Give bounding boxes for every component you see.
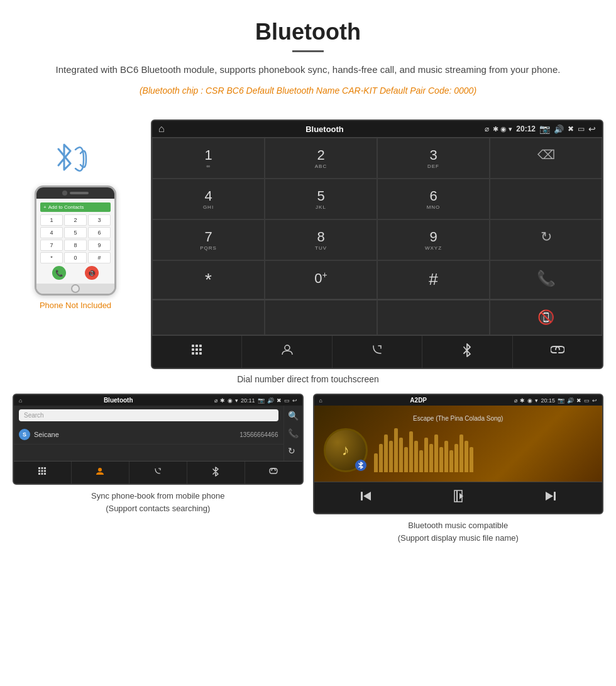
svg-rect-8 — [199, 352, 202, 355]
dial-key-star[interactable]: * — [152, 260, 265, 299]
dial-key-2[interactable]: 2 ABC — [265, 138, 377, 179]
dial-sub-5: JKL — [272, 204, 370, 210]
music-time: 20:15 — [541, 397, 555, 404]
next-track-btn[interactable] — [544, 490, 557, 506]
dial-key-end-call[interactable]: 📵 — [490, 300, 602, 335]
pb-status-bar: ⌂ Bluetooth ⌀ ✱ ◉ ▾ 20:11 📷 🔊 ✖ ▭ ↩ — [14, 395, 302, 406]
dial-key-backspace[interactable]: ⌫ — [490, 138, 602, 179]
eq-bar — [419, 450, 423, 472]
call-icon: 📞 — [537, 270, 556, 287]
pb-contact-row[interactable]: S Seicane 13566664466 — [14, 425, 283, 445]
dial-key-hash[interactable]: # — [377, 260, 490, 299]
phone-header-label: Add to Contacts — [48, 204, 84, 210]
phone-call-button: 📞 — [52, 266, 66, 280]
album-bt-icon — [358, 462, 364, 469]
eq-bar — [399, 438, 403, 472]
svg-rect-1 — [195, 345, 198, 347]
svg-marker-25 — [546, 492, 553, 501]
eq-bar — [379, 444, 383, 472]
svg-rect-3 — [192, 348, 194, 351]
pb-win-icon: ▭ — [284, 397, 290, 404]
pb-sync-action-btn[interactable]: ↻ — [288, 446, 299, 456]
toolbar-contacts-btn[interactable] — [242, 336, 332, 368]
music-note-icon: ♪ — [342, 441, 349, 459]
dial-key-1[interactable]: 1 ∞ — [152, 138, 265, 179]
eq-bar — [459, 434, 463, 472]
camera-icon[interactable]: 📷 — [539, 124, 550, 134]
page-title: Bluetooth — [38, 19, 578, 45]
toolbar-dialpad-btn[interactable] — [152, 336, 242, 368]
unit-title: Bluetooth — [168, 124, 481, 134]
reload-icon: ↻ — [541, 229, 552, 245]
music-back-icon: ↩ — [592, 397, 597, 404]
pb-tb-dialpad[interactable] — [14, 462, 72, 484]
svg-rect-6 — [192, 352, 194, 355]
dial-key-call[interactable]: 📞 — [490, 260, 602, 299]
bluetooth-specs: (Bluetooth chip : CSR BC6 Default Blueto… — [38, 84, 578, 97]
dial-key-5[interactable]: 5 JKL — [265, 179, 377, 219]
pb-tb-calls[interactable] — [129, 462, 187, 484]
phone-key-star: * — [40, 252, 63, 263]
close-icon[interactable]: ✖ — [568, 124, 574, 133]
eq-bar — [454, 444, 458, 472]
music-loc-icon: ◉ — [527, 397, 532, 404]
dial-key-3[interactable]: 3 DEF — [377, 138, 490, 179]
main-content: + Add to Contacts 1 2 3 4 5 6 7 8 9 * 0 … — [0, 113, 616, 369]
phone-key-8: 8 — [64, 240, 87, 251]
back-icon[interactable]: ↩ — [588, 124, 596, 134]
pb-tb-link[interactable] — [245, 462, 302, 484]
pb-title: Bluetooth — [25, 397, 212, 404]
svg-point-19 — [98, 468, 102, 472]
dial-num-9: 9 — [384, 229, 483, 245]
pb-tb-contacts[interactable] — [72, 462, 129, 484]
music-panel: ⌂ A2DP ⌀ ✱ ◉ ▾ 20:15 📷 🔊 ✖ ▭ ↩ Escape (T… — [313, 394, 604, 544]
window-icon[interactable]: ▭ — [578, 124, 585, 133]
eq-bar — [470, 447, 473, 472]
music-screen: ⌂ A2DP ⌀ ✱ ◉ ▾ 20:15 📷 🔊 ✖ ▭ ↩ Escape (T… — [313, 394, 604, 514]
music-status-bar: ⌂ A2DP ⌀ ✱ ◉ ▾ 20:15 📷 🔊 ✖ ▭ ↩ — [314, 395, 603, 406]
contact-number: 13566664466 — [239, 431, 278, 438]
album-art-container: ♪ — [324, 428, 368, 472]
music-app-title: A2DP — [325, 397, 512, 404]
toolbar-bluetooth-btn[interactable] — [422, 336, 512, 368]
music-caption-text: Bluetooth music compatible(Support displ… — [398, 521, 519, 543]
pb-tb-bluetooth[interactable] — [187, 462, 245, 484]
dial-num-0: 0+ — [272, 270, 370, 287]
bottom-toolbar — [152, 335, 602, 368]
dialpad-icon — [190, 343, 203, 356]
music-controls — [314, 482, 603, 513]
volume-icon[interactable]: 🔊 — [554, 124, 564, 134]
toolbar-call-log-btn[interactable] — [333, 336, 422, 368]
music-main-area: Escape (The Pina Colada Song) ♪ — [314, 406, 603, 482]
phone-key-7: 7 — [40, 240, 63, 251]
music-wifi-icon: ▾ — [535, 397, 538, 404]
dial-key-reload[interactable]: ↻ — [490, 219, 602, 260]
prev-track-btn[interactable] — [360, 490, 372, 506]
phone-key-9: 9 — [88, 240, 111, 251]
toolbar-link-btn[interactable] — [513, 336, 602, 368]
status-time: 20:12 — [516, 124, 536, 133]
dial-sub-2: ABC — [272, 163, 370, 169]
phone-key-4: 4 — [40, 227, 63, 238]
spacer-1 — [152, 300, 265, 335]
pb-search-action-btn[interactable]: 🔍 — [288, 411, 299, 421]
dial-key-7[interactable]: 7 PQRS — [152, 219, 265, 260]
dial-key-8[interactable]: 8 TUV — [265, 219, 377, 260]
phone-spacer — [69, 266, 82, 280]
eq-bar — [414, 441, 418, 472]
dial-key-0[interactable]: 0+ — [265, 260, 377, 299]
status-bar: ⌂ Bluetooth ⌀ ✱ ◉ ▾ 20:12 📷 🔊 ✖ ▭ ↩ — [152, 121, 602, 137]
play-pause-btn[interactable] — [451, 489, 466, 507]
dial-key-9[interactable]: 9 WXYZ — [377, 219, 490, 260]
svg-rect-18 — [44, 473, 46, 475]
home-icon[interactable]: ⌂ — [158, 123, 165, 135]
dial-key-6[interactable]: 6 MNO — [377, 179, 490, 219]
svg-rect-15 — [44, 470, 46, 472]
signal-waves-icon — [72, 143, 94, 175]
dial-key-4[interactable]: 4 GHI — [152, 179, 265, 219]
pb-search-box[interactable]: Search — [19, 409, 278, 421]
dial-key-empty-2 — [490, 179, 602, 219]
eq-bar — [439, 447, 443, 472]
dial-sub-4: GHI — [159, 204, 258, 210]
pb-call-action-btn[interactable]: 📞 — [288, 428, 299, 438]
